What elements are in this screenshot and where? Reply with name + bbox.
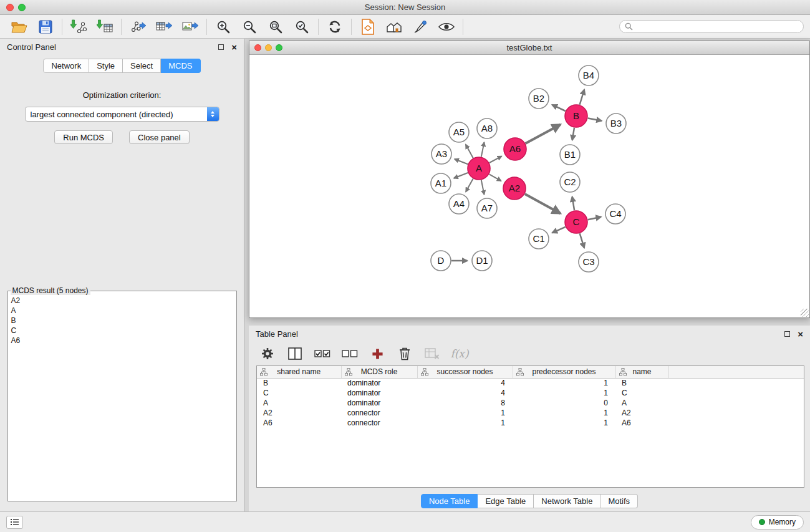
column-header-successor-nodes[interactable]: successor nodes [417,366,513,378]
edge-A-A5[interactable] [466,145,473,158]
node-B2[interactable]: B2 [529,89,549,109]
table-row[interactable]: Adominator80A [257,398,804,408]
column-header-name[interactable]: name [615,366,668,378]
table-row[interactable]: A6connector11A6 [257,418,804,428]
node-A6[interactable]: A6 [504,138,526,160]
edge-C-C2[interactable] [572,196,575,210]
unselect-all-button[interactable] [341,345,359,362]
tab-mcds[interactable]: MCDS [161,59,200,73]
mcds-result-item[interactable]: B [9,316,235,326]
save-session-button[interactable] [32,17,59,37]
edge-A2-C[interactable] [525,194,561,213]
tab-network-table[interactable]: Network Table [534,494,600,508]
tab-network[interactable]: Network [43,59,89,73]
tab-node-table[interactable]: Node Table [421,494,478,508]
node-table-container[interactable]: shared nameMCDS rolesuccessor nodesprede… [256,365,804,488]
node-C2[interactable]: C2 [560,172,580,192]
node-C4[interactable]: C4 [605,204,625,224]
cell-MCDS-role[interactable]: connector [341,418,417,428]
edge-C-C1[interactable] [552,227,565,233]
edge-B-B4[interactable] [580,90,585,105]
edge-A-A7[interactable] [481,180,485,195]
edge-B-B1[interactable] [572,128,574,140]
edge-B-B3[interactable] [588,118,602,121]
network-zoom-button[interactable] [276,44,282,51]
cell-predecessor-nodes[interactable]: 1 [513,408,615,418]
cell-MCDS-role[interactable]: dominator [341,388,417,398]
first-neighbors-button[interactable] [355,17,381,37]
cell-predecessor-nodes[interactable]: 1 [513,388,615,398]
cell-predecessor-nodes[interactable]: 0 [513,398,615,408]
mcds-result-item[interactable]: A6 [9,336,235,346]
float-table-panel-icon[interactable] [784,331,790,337]
export-image-button[interactable] [177,17,203,37]
node-A5[interactable]: A5 [449,122,469,142]
cell-name[interactable]: A [615,398,668,408]
cell-name[interactable]: A2 [615,408,668,418]
table-row[interactable]: Cdominator41C [257,388,804,398]
node-C3[interactable]: C3 [579,252,599,272]
cell-name[interactable]: B [615,378,668,388]
cell-shared-name[interactable]: A [257,398,341,408]
cell-successor-nodes[interactable]: 1 [417,418,513,428]
node-A8[interactable]: A8 [477,118,497,138]
cell-shared-name[interactable]: A2 [257,408,341,418]
cell-successor-nodes[interactable]: 4 [417,388,513,398]
node-A1[interactable]: A1 [431,173,451,193]
optimization-criterion-select[interactable]: largest connected component (directed) [25,107,219,122]
cell-shared-name[interactable]: B [257,378,341,388]
delete-column-button[interactable] [396,345,413,362]
cell-shared-name[interactable]: C [257,388,341,398]
cell-MCDS-role[interactable]: dominator [341,378,417,388]
column-header-MCDS-role[interactable]: MCDS role [341,366,417,378]
table-row[interactable]: Bdominator41B [257,378,804,388]
edge-A-A4[interactable] [466,179,473,192]
mcds-result-item[interactable]: A [9,306,235,316]
delete-table-button[interactable] [423,345,441,362]
edge-A-A2[interactable] [489,174,501,181]
column-header-predecessor-nodes[interactable]: predecessor nodes [513,366,615,378]
zoom-in-button[interactable] [210,17,236,37]
search-input[interactable] [636,22,798,31]
node-D1[interactable]: D1 [472,251,492,271]
function-builder-button[interactable]: f(x) [451,345,468,362]
cell-name[interactable]: C [615,388,668,398]
network-minimize-button[interactable] [265,44,272,51]
run-mcds-button[interactable]: Run MCDS [54,130,113,144]
close-panel-icon[interactable]: × [231,42,237,52]
table-row[interactable]: A2connector11A2 [257,408,804,418]
close-panel-button[interactable]: Close panel [129,130,190,144]
export-network-button[interactable] [125,17,151,37]
tab-select[interactable]: Select [123,59,161,73]
tab-edge-table[interactable]: Edge Table [478,494,534,508]
import-network-button[interactable] [65,17,92,37]
cell-successor-nodes[interactable]: 4 [417,378,513,388]
close-window-button[interactable] [6,4,14,11]
node-D[interactable]: D [431,251,451,271]
column-header-shared-name[interactable]: shared name [257,366,341,378]
node-A[interactable]: A [468,157,490,180]
memory-button[interactable]: Memory [751,515,804,530]
edge-A-A3[interactable] [455,159,468,164]
cell-successor-nodes[interactable]: 1 [417,408,513,418]
edge-A-A8[interactable] [481,142,485,157]
cell-MCDS-role[interactable]: connector [341,408,417,418]
home-button[interactable] [381,17,407,37]
edge-A6-B[interactable] [526,125,561,143]
cell-MCDS-role[interactable]: dominator [341,398,417,408]
select-all-button[interactable] [314,345,331,362]
style-button[interactable] [407,17,433,37]
search-box[interactable] [619,20,804,33]
mcds-result-item[interactable]: A2 [9,296,235,306]
node-C1[interactable]: C1 [529,229,549,249]
show-columns-button[interactable] [286,345,304,362]
mcds-result-item[interactable]: C [9,326,235,336]
tab-style[interactable]: Style [89,59,123,73]
network-close-button[interactable] [254,44,261,51]
node-A2[interactable]: A2 [503,177,526,200]
close-table-panel-icon[interactable]: × [798,329,803,339]
cell-predecessor-nodes[interactable]: 1 [513,378,615,388]
zoom-selected-button[interactable] [289,17,315,37]
node-B3[interactable]: B3 [606,114,626,133]
network-canvas[interactable]: B4B2BB3A5A8A6B1A3AC2A1A2A4A7CC4C1C3DD1 [249,55,809,317]
